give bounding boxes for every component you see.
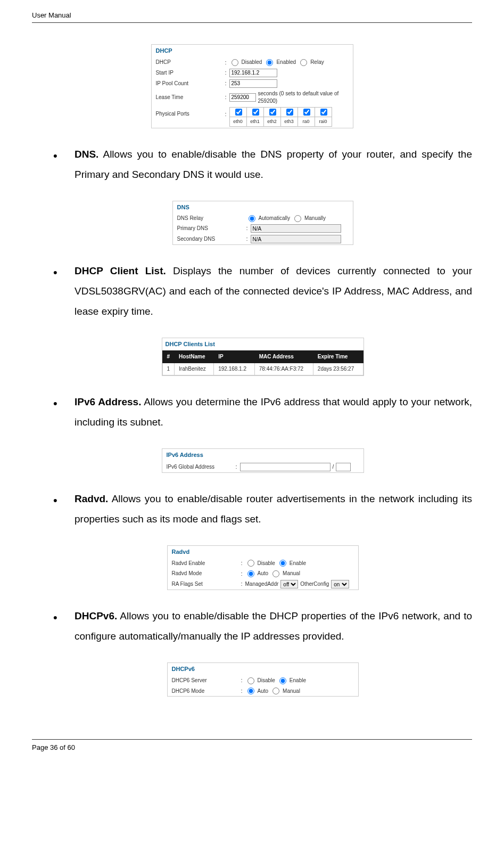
clients-title: DHCP Clients List: [162, 338, 363, 350]
page-footer: Page 36 of 60: [32, 739, 472, 752]
table-row: 1 IrahBenitez 192.168.1.2 78:44:76:AA:F3…: [162, 363, 363, 375]
port-eth3-checkbox[interactable]: [286, 109, 293, 116]
dhcp-radio-relay[interactable]: [300, 59, 307, 66]
radvd-manual-radio[interactable]: [272, 570, 279, 577]
dns-relay-auto-radio[interactable]: [249, 215, 255, 222]
figure-dhcp: DHCP DHCP : Disabled Enabled Relay Start…: [151, 44, 353, 128]
figure-ipv6: IPv6 Address IPv6 Global Address : /: [162, 448, 364, 472]
bullet-radvd: Radvd. Allows you to enable/disable rout…: [53, 489, 472, 529]
port-eth1-checkbox[interactable]: [252, 109, 259, 116]
ports-table: eth0 eth1 eth2 eth3 ra0 rai0: [229, 107, 332, 127]
port-eth2-checkbox[interactable]: [269, 109, 276, 116]
port-ra0-checkbox[interactable]: [303, 109, 310, 116]
ports-label: Physical Ports: [156, 107, 225, 118]
radvd-other-select[interactable]: on: [331, 580, 349, 588]
radvd-lead: Radvd.: [75, 493, 108, 504]
figure-dhcpv6: DHCPv6 DHCP6 Server : Disable Enable DHC…: [167, 662, 359, 697]
secondary-dns-label: Secondary DNS: [177, 235, 246, 243]
radvd-enable-radio[interactable]: [279, 560, 286, 567]
radvd-enable-label: Radvd Enable: [172, 560, 241, 567]
ipv6-group-title: IPv6 Address: [162, 449, 363, 461]
dhcpv6-server-label: DHCP6 Server: [172, 677, 241, 684]
pool-input[interactable]: [229, 79, 277, 88]
bullet-dns: DNS. Allows you to enable/disable the DN…: [53, 144, 472, 185]
dhcp-radio-enabled[interactable]: [266, 59, 273, 66]
ipv6-addr-input[interactable]: [240, 463, 331, 471]
start-ip-label: Start IP: [156, 69, 225, 77]
dhcpv6-group-title: DHCPv6: [168, 663, 358, 675]
dns-text: Allows you to enable/disable the DNS pro…: [75, 149, 472, 180]
dhcpv6-mode-label: DHCP6 Mode: [172, 688, 241, 695]
dns-lead: DNS.: [75, 149, 98, 160]
dhcpv6-disable-radio[interactable]: [247, 677, 254, 684]
dhcp-radio-disabled[interactable]: [232, 59, 238, 66]
radvd-managed-select[interactable]: off: [280, 580, 298, 588]
header-title: User Manual: [32, 11, 71, 19]
lease-hint: seconds (0 sets to default value of 2592…: [258, 90, 349, 105]
dhcp-client-lead: DHCP Client List.: [75, 265, 166, 276]
clients-table: # HostName IP MAC Address Expire Time 1 …: [162, 350, 363, 375]
radvd-flags-label: RA Flags Set: [172, 580, 241, 588]
dns-relay-label: DNS Relay: [177, 215, 246, 222]
footer-page-now: 36: [50, 743, 57, 751]
dhcpv6-manual-radio[interactable]: [272, 688, 279, 694]
dhcp-group-title: DHCP: [152, 45, 353, 57]
radvd-disable-radio[interactable]: [247, 560, 254, 567]
page-header: User Manual: [32, 11, 472, 23]
lease-input[interactable]: [229, 93, 256, 102]
footer-page-of: of 60: [57, 743, 75, 751]
radvd-text: Allows you to enable/disable router adve…: [75, 493, 472, 525]
pool-label: IP Pool Count: [156, 80, 225, 87]
bullet-dhcpv6: DHCPv6. Allows you to enable/disable the…: [53, 606, 472, 647]
dns-group-title: DNS: [173, 201, 353, 214]
primary-dns-label: Primary DNS: [177, 225, 246, 232]
radvd-auto-radio[interactable]: [247, 570, 254, 577]
figure-dns: DNS DNS Relay Automatically Manually Pri…: [172, 201, 353, 245]
lease-label: Lease Time: [156, 94, 225, 101]
figure-radvd: Radvd Radvd Enable : Disable Enable Radv…: [167, 545, 359, 590]
primary-dns-input[interactable]: [251, 224, 341, 233]
footer-page-label: Page: [32, 743, 50, 751]
dhcpv6-lead: DHCPv6.: [75, 610, 117, 621]
dhcpv6-auto-radio[interactable]: [247, 688, 254, 694]
start-ip-input[interactable]: [229, 69, 277, 77]
bullet-ipv6: IPv6 Address. Allows you determine the I…: [53, 392, 472, 432]
dhcp-label: DHCP: [156, 59, 225, 66]
secondary-dns-input[interactable]: [251, 235, 341, 243]
radvd-group-title: Radvd: [168, 546, 358, 558]
ipv6-lead: IPv6 Address.: [75, 396, 141, 407]
dhcpv6-enable-radio[interactable]: [279, 677, 286, 684]
radvd-mode-label: Radvd Mode: [172, 570, 241, 577]
port-eth0-checkbox[interactable]: [235, 109, 242, 116]
dhcpv6-text: Allows you to enable/disable the DHCP pr…: [75, 610, 472, 642]
port-rai0-checkbox[interactable]: [320, 109, 327, 116]
ipv6-subnet-input[interactable]: [336, 463, 351, 471]
bullet-dhcp-client: DHCP Client List. Displays the number of…: [53, 261, 472, 322]
dns-relay-manual-radio[interactable]: [294, 215, 301, 222]
ipv6-global-label: IPv6 Global Address: [167, 463, 236, 471]
figure-dhcp-clients: DHCP Clients List # HostName IP MAC Addr…: [162, 338, 364, 376]
